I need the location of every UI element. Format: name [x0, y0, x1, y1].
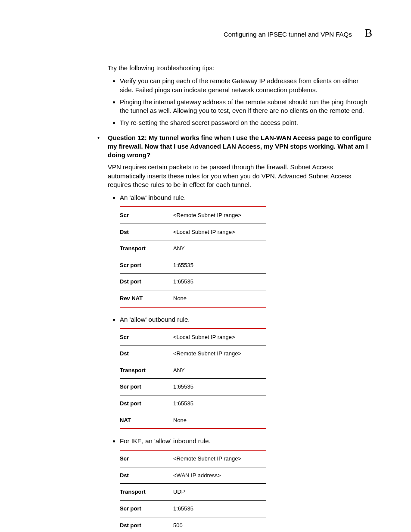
rule-key: Scr port: [120, 257, 173, 274]
table-row: Dst port1:65535: [120, 274, 266, 290]
tip-item: Pinging the internal gateway address of …: [120, 98, 372, 115]
rule-item: For IKE, an 'allow' inbound rule. Scr<Re…: [120, 437, 372, 532]
rule-value: <Remote Subnet IP range>: [173, 345, 266, 362]
rule-key: Scr: [120, 450, 173, 467]
rules-list: An 'allow' inbound rule. Scr<Remote Subn…: [108, 193, 372, 532]
table-row: Dst port1:65535: [120, 395, 266, 412]
table-row: Scr<Local Subnet IP range>: [120, 329, 266, 345]
table-row: Scr port1:65535: [120, 379, 266, 395]
rule-value: 1:65535: [173, 257, 266, 274]
rule-label: For IKE, an 'allow' inbound rule.: [120, 437, 372, 445]
table-row: Scr port1:65535: [120, 257, 266, 274]
table-row: Dst<Remote Subnet IP range>: [120, 345, 266, 362]
header-title: Configuring an IPSEC tunnel and VPN FAQs: [224, 31, 352, 38]
rule-key: Dst port: [120, 517, 173, 532]
rule-key: Dst: [120, 345, 173, 362]
rule-value: <Local Subnet IP range>: [173, 329, 266, 345]
page: Configuring an IPSEC tunnel and VPN FAQs…: [0, 0, 411, 532]
rule-label: An 'allow' outbound rule.: [120, 315, 372, 324]
rule-value: 1:65535: [173, 500, 266, 517]
rule-table-outbound: Scr<Local Subnet IP range> Dst<Remote Su…: [120, 328, 266, 429]
rule-key: Scr port: [120, 379, 173, 395]
rule-key: Scr: [120, 329, 173, 345]
table-row: Rev NATNone: [120, 290, 266, 307]
rule-key: Dst port: [120, 395, 173, 412]
appendix-letter: B: [365, 27, 372, 40]
rule-key: Dst port: [120, 274, 173, 290]
table-row: Scr port1:65535: [120, 500, 266, 517]
rule-key: Transport: [120, 484, 173, 501]
body-content: Try the following troubleshooting tips: …: [108, 64, 372, 532]
rule-item: An 'allow' outbound rule. Scr<Local Subn…: [120, 315, 372, 429]
table-row: TransportUDP: [120, 484, 266, 501]
rule-key: Dst: [120, 467, 173, 484]
rule-item: An 'allow' inbound rule. Scr<Remote Subn…: [120, 193, 372, 308]
table-row: TransportANY: [120, 240, 266, 257]
table-row: Scr<Remote Subnet IP range>: [120, 450, 266, 467]
table-row: Dst<Local Subnet IP range>: [120, 224, 266, 240]
table-row: Dst port500: [120, 517, 266, 532]
tip-item: Try re-setting the shared secret passwor…: [120, 118, 372, 127]
rule-value: <Local Subnet IP range>: [173, 224, 266, 240]
rule-value: <Remote Subnet IP range>: [173, 450, 266, 467]
rule-key: Scr port: [120, 500, 173, 517]
rule-value: None: [173, 290, 266, 307]
table-row: NATNone: [120, 412, 266, 429]
rule-table-inbound: Scr<Remote Subnet IP range> Dst<Local Su…: [120, 206, 266, 307]
question-text: Question 12: My tunnel works fine when I…: [108, 134, 371, 159]
rule-value: 1:65535: [173, 379, 266, 395]
tips-list: Verify you can ping each of the remote G…: [108, 77, 372, 127]
question-block: Question 12: My tunnel works fine when I…: [100, 134, 372, 190]
rule-key: Rev NAT: [120, 290, 173, 307]
rule-key: Transport: [120, 362, 173, 379]
page-header: Configuring an IPSEC tunnel and VPN FAQs…: [39, 27, 372, 40]
rule-value: UDP: [173, 484, 266, 501]
rule-value: 1:65535: [173, 395, 266, 412]
table-row: Dst<WAN IP address>: [120, 467, 266, 484]
rule-key: Scr: [120, 207, 173, 224]
table-row: TransportANY: [120, 362, 266, 379]
rule-key: Dst: [120, 224, 173, 240]
rule-value: None: [173, 412, 266, 429]
rule-value: ANY: [173, 240, 266, 257]
rule-value: 1:65535: [173, 274, 266, 290]
rule-key: NAT: [120, 412, 173, 429]
rule-value: 500: [173, 517, 266, 532]
intro-text: Try the following troubleshooting tips:: [108, 64, 372, 72]
tip-item: Verify you can ping each of the remote G…: [120, 77, 372, 94]
table-row: Scr<Remote Subnet IP range>: [120, 207, 266, 224]
rule-value: <Remote Subnet IP range>: [173, 207, 266, 224]
rule-key: Transport: [120, 240, 173, 257]
rule-table-ike: Scr<Remote Subnet IP range> Dst<WAN IP a…: [120, 450, 266, 532]
rule-value: <WAN IP address>: [173, 467, 266, 484]
rule-label: An 'allow' inbound rule.: [120, 193, 372, 202]
answer-text: VPN requires certain packets to be passe…: [108, 163, 372, 189]
rule-value: ANY: [173, 362, 266, 379]
